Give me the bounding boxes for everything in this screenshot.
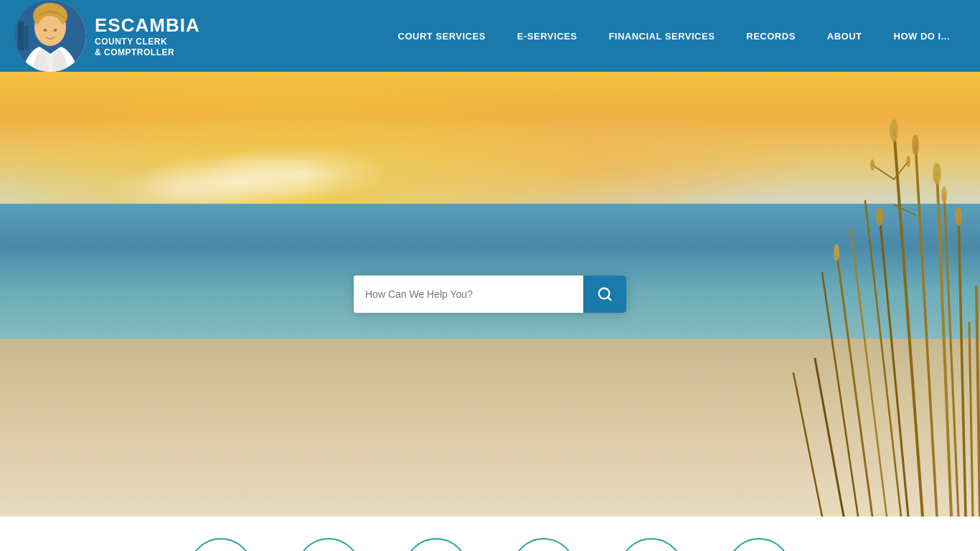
svg-line-10 (937, 172, 951, 517)
svg-line-16 (851, 230, 887, 517)
svg-line-26 (872, 165, 894, 179)
icon-calendar[interactable] (727, 538, 791, 551)
nav-about[interactable]: ABOUT (811, 31, 878, 42)
nav-financial-services[interactable]: FINANCIAL SERVICES (593, 31, 730, 42)
svg-point-19 (890, 119, 898, 142)
site-header: ESCAMBIA COUNTY CLERK & COMPTROLLER COUR… (0, 0, 980, 72)
svg-rect-2 (24, 25, 29, 50)
icon-circle-marriage (512, 538, 576, 551)
main-nav: COURT SERVICES E-SERVICES FINANCIAL SERV… (382, 31, 966, 42)
svg-line-28 (894, 204, 915, 215)
quick-links-section (0, 517, 980, 551)
search-button[interactable] (583, 276, 626, 313)
logo-line2: & COMPTROLLER (95, 47, 200, 57)
hero-section (0, 72, 980, 517)
svg-point-20 (912, 135, 919, 155)
logo-text-block: ESCAMBIA COUNTY CLERK & COMPTROLLER (95, 14, 200, 57)
logo-line1: COUNTY CLERK (95, 37, 200, 47)
search-input[interactable] (354, 276, 583, 313)
icon-financial[interactable] (619, 538, 684, 551)
logo-link[interactable]: ESCAMBIA COUNTY CLERK & COMPTROLLER (14, 0, 200, 72)
svg-line-32 (793, 373, 822, 517)
svg-line-31 (815, 359, 844, 517)
svg-point-29 (870, 159, 875, 171)
svg-line-18 (976, 287, 980, 517)
svg-point-25 (941, 187, 947, 204)
svg-point-7 (54, 29, 57, 32)
svg-point-30 (906, 156, 910, 167)
icon-marriage-license[interactable] (512, 538, 576, 551)
nav-records[interactable]: RECORDS (730, 31, 811, 42)
nav-how-do-i[interactable]: HOW DO I... (878, 31, 966, 42)
icon-circle-court (296, 538, 361, 551)
svg-line-14 (944, 194, 958, 517)
search-bar (354, 276, 626, 313)
icon-pay-online[interactable] (189, 538, 253, 551)
svg-point-5 (37, 16, 63, 44)
icon-circle-pay (189, 538, 253, 551)
svg-line-13 (958, 215, 966, 517)
svg-line-35 (608, 297, 611, 300)
svg-line-33 (969, 323, 973, 517)
svg-point-22 (876, 207, 883, 226)
svg-rect-1 (18, 22, 24, 50)
logo-avatar (14, 0, 86, 72)
icon-jury-service[interactable] (404, 538, 468, 551)
svg-point-6 (44, 29, 47, 32)
icon-circle-calendar (727, 538, 791, 551)
hero-grasses (621, 72, 980, 517)
icon-circle-jury (404, 538, 468, 551)
svg-point-23 (834, 244, 839, 261)
svg-point-21 (933, 163, 941, 184)
icon-circle-financial (619, 538, 684, 551)
logo-brand: ESCAMBIA (95, 14, 200, 37)
search-icon (597, 286, 613, 302)
nav-e-services[interactable]: E-SERVICES (501, 31, 593, 42)
svg-point-24 (955, 207, 962, 226)
svg-line-17 (822, 273, 858, 517)
nav-court-services[interactable]: COURT SERVICES (382, 31, 501, 42)
svg-line-12 (837, 251, 872, 517)
icon-court-records[interactable] (296, 538, 361, 551)
